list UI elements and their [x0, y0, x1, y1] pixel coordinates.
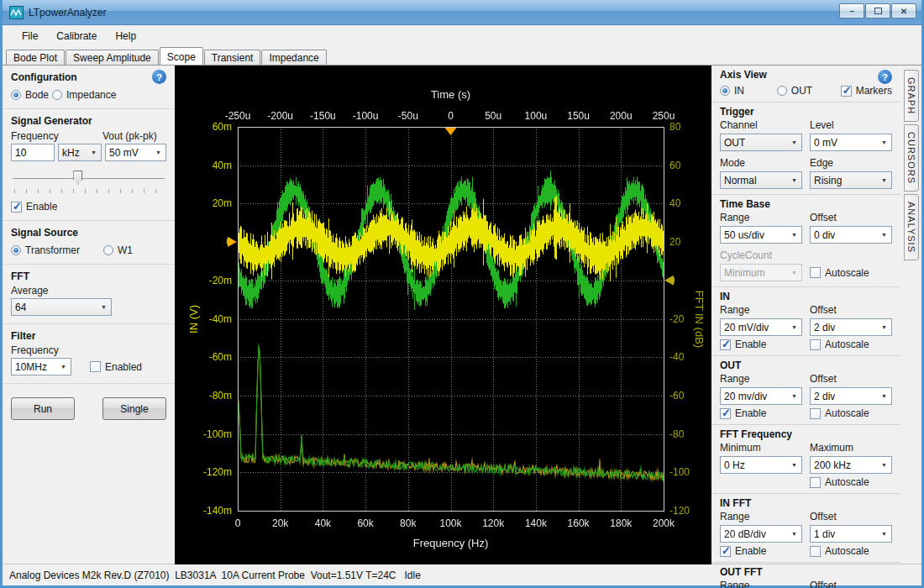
- configuration-section: Configuration ? Bode Impedance: [3, 66, 175, 109]
- trigger-mode-select[interactable]: Normal▼: [720, 171, 802, 189]
- frequency-tick-label: 40k: [315, 517, 331, 529]
- in-tick-label: -60m: [175, 351, 232, 363]
- source-w1-radio[interactable]: W1: [103, 244, 133, 256]
- run-button[interactable]: Run: [11, 397, 75, 420]
- in-offset-select[interactable]: 2 div▼: [810, 318, 892, 336]
- in-range-select[interactable]: 20 mV/div▼: [720, 318, 802, 336]
- fft-tick-label: -20: [669, 313, 684, 325]
- run-controls-section: Run Single: [3, 384, 175, 428]
- menu-calibrate[interactable]: Calibrate: [47, 27, 106, 45]
- minimize-button[interactable]: –: [839, 3, 864, 18]
- slider-thumb[interactable]: [73, 171, 82, 185]
- in-fft-range-label: Range: [720, 511, 802, 522]
- signal-source-title: Signal Source: [11, 227, 78, 239]
- time-axis-title: Time (s): [431, 88, 470, 101]
- in-fft-range-select[interactable]: 20 dB/div▼: [720, 525, 802, 543]
- in-fft-offset-select[interactable]: 1 div▼: [810, 525, 892, 543]
- axis-view-in-radio[interactable]: IN: [720, 85, 772, 97]
- in-enable-checkbox[interactable]: ✓Enable: [720, 339, 802, 350]
- filter-enabled-checkbox[interactable]: Enabled: [90, 361, 142, 373]
- siggen-enable-checkbox[interactable]: ✓Enable: [11, 201, 57, 213]
- tab-bode-plot[interactable]: Bode Plot: [6, 50, 65, 65]
- out-enable-checkbox[interactable]: ✓Enable: [720, 407, 802, 419]
- tab-scope[interactable]: Scope: [160, 47, 203, 65]
- chevron-down-icon: ▼: [787, 232, 801, 238]
- out-offset-select[interactable]: 2 div▼: [810, 387, 892, 405]
- time-base-section: Time Base Range Offset 50 us/div▼ 0 div▼…: [711, 195, 900, 287]
- in-tick-label: -40m: [175, 313, 232, 325]
- fft-tick-label: 0: [669, 275, 675, 286]
- config-impedance-radio[interactable]: Impedance: [52, 89, 116, 101]
- in-autoscale-checkbox[interactable]: Autoscale: [810, 339, 892, 350]
- source-transformer-radio[interactable]: Transformer: [11, 244, 103, 256]
- in-tick-label: -80m: [175, 390, 232, 402]
- fft-average-select[interactable]: 64▼: [11, 298, 112, 316]
- axis-view-section: Axis View ? IN OUT ✓Markers: [711, 66, 900, 102]
- side-tab-cursors[interactable]: CURSORS: [904, 124, 919, 192]
- markers-checkbox[interactable]: ✓Markers: [841, 85, 892, 97]
- tab-transient[interactable]: Transient: [204, 50, 261, 65]
- config-bode-radio[interactable]: Bode: [11, 89, 49, 101]
- in-offset-label: Offset: [810, 304, 892, 316]
- frequency-tick-label: 160k: [568, 517, 590, 529]
- chevron-down-icon: ▼: [787, 177, 801, 183]
- radio-icon: [11, 90, 21, 100]
- out-title: OUT: [720, 360, 741, 371]
- in-fft-autoscale-checkbox[interactable]: Autoscale: [810, 545, 892, 557]
- time-tick-label: -150u: [310, 110, 336, 122]
- single-button[interactable]: Single: [102, 397, 166, 420]
- checkbox-icon: ✓: [11, 202, 22, 213]
- fft-frequency-autoscale-checkbox[interactable]: Autoscale: [810, 476, 892, 488]
- out-range-select[interactable]: 20 mv/div▼: [720, 387, 802, 405]
- chevron-down-icon: ▼: [877, 393, 891, 399]
- chevron-down-icon: ▼: [56, 364, 71, 370]
- axis-view-out-radio[interactable]: OUT: [777, 85, 836, 97]
- timebase-range-select[interactable]: 50 us/div▼: [720, 226, 802, 244]
- title-bar[interactable]: LTpowerAnalyzer – ✕: [3, 0, 921, 25]
- chevron-down-icon: ▼: [787, 393, 801, 399]
- fft-minimum-select[interactable]: 0 Hz▼: [720, 456, 802, 474]
- frequency-unit-select[interactable]: kHz▼: [58, 144, 102, 161]
- close-icon: ✕: [900, 7, 907, 16]
- timebase-offset-select[interactable]: 0 div▼: [810, 226, 892, 244]
- trigger-edge-select[interactable]: Rising▼: [810, 171, 892, 189]
- chevron-down-icon: ▼: [151, 150, 165, 155]
- out-channel-section: OUT Range Offset 20 mv/div▼ 2 div▼ ✓Enab…: [711, 356, 900, 425]
- help-icon[interactable]: ?: [878, 70, 892, 84]
- frequency-tick-label: 180k: [610, 517, 632, 529]
- checkbox-icon: ✓: [720, 546, 731, 557]
- fft-tick-label: 20: [669, 236, 680, 248]
- trigger-channel-select[interactable]: OUT▼: [720, 134, 802, 151]
- frequency-label: Frequency: [11, 130, 99, 142]
- maximize-button[interactable]: [865, 3, 890, 18]
- trigger-channel-label: Channel: [720, 119, 802, 131]
- menu-help[interactable]: Help: [106, 27, 145, 45]
- close-button[interactable]: ✕: [891, 3, 916, 18]
- chevron-down-icon: ▼: [877, 232, 891, 238]
- frequency-tick-label: 20k: [272, 517, 288, 529]
- frequency-slider[interactable]: [13, 170, 165, 186]
- tab-sweep-amplitude[interactable]: Sweep Amplitude: [66, 50, 159, 65]
- filter-frequency-select[interactable]: 10MHz▼: [11, 358, 71, 375]
- chevron-down-icon: ▼: [87, 150, 101, 155]
- fft-maximum-select[interactable]: 200 kHz▼: [810, 456, 892, 474]
- time-tick-label: 150u: [567, 110, 590, 122]
- chevron-down-icon: ▼: [877, 324, 891, 330]
- trigger-level-select[interactable]: 0 mV▼: [810, 134, 892, 151]
- scope-plot-canvas[interactable]: [175, 66, 711, 564]
- vout-select[interactable]: 50 mV▼: [105, 144, 166, 161]
- cyclecount-label: CycleCount: [720, 249, 802, 261]
- time-tick-label: 100u: [525, 110, 548, 122]
- side-tab-analysis[interactable]: ANALYSIS: [904, 194, 919, 260]
- menu-file[interactable]: File: [13, 27, 47, 45]
- in-fft-enable-checkbox[interactable]: ✓Enable: [720, 545, 802, 557]
- timebase-autoscale-checkbox[interactable]: Autoscale: [810, 267, 892, 279]
- frequency-input[interactable]: [11, 144, 55, 161]
- timebase-range-label: Range: [720, 212, 802, 223]
- help-icon[interactable]: ?: [152, 70, 166, 84]
- tab-impedance[interactable]: Impedance: [261, 50, 326, 65]
- out-autoscale-checkbox[interactable]: Autoscale: [810, 407, 892, 419]
- side-tab-graph[interactable]: GRAPH: [904, 70, 919, 122]
- in-tick-label: 40m: [175, 160, 232, 171]
- checkbox-icon: [810, 267, 821, 278]
